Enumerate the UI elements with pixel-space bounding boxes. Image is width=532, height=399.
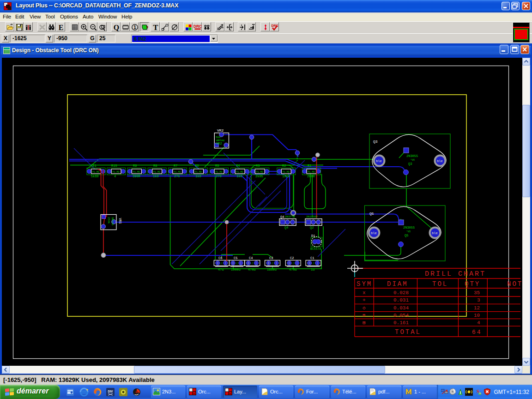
svg-text:470u: 470u (289, 268, 297, 272)
svg-text:D1: D1 (311, 234, 315, 238)
svg-text:NOTE: NOTE (507, 280, 522, 288)
svg-text:R2: R2 (282, 164, 286, 168)
svg-text:50k: 50k (216, 136, 221, 139)
svg-text:Q4: Q4 (280, 215, 284, 219)
svg-text:E: E (59, 24, 64, 31)
svg-text:R8: R8 (153, 164, 157, 168)
svg-text:0.161: 0.161 (393, 320, 409, 326)
svg-text:⌧: ⌧ (363, 313, 366, 318)
svg-text:27k: 27k (174, 175, 180, 178)
svg-text:1k0: 1k0 (236, 175, 242, 178)
svg-text:0.028: 0.028 (393, 290, 409, 296)
svg-text:270: 270 (216, 175, 222, 178)
svg-text:*85: *85 (406, 230, 411, 233)
svg-text:64: 64 (472, 329, 482, 336)
svg-text:2N3055: 2N3055 (403, 226, 415, 230)
svg-text:2N3055: 2N3055 (406, 154, 418, 158)
svg-text:35: 35 (474, 290, 480, 296)
svg-text:TOL: TOL (432, 280, 448, 288)
svg-text:1k0: 1k0 (195, 175, 201, 178)
svg-text:2k05: 2k05 (255, 175, 263, 178)
svg-text:C1: C1 (310, 256, 314, 260)
svg-text:⊞: ⊞ (363, 320, 366, 326)
svg-text:0.031: 0.031 (393, 297, 409, 303)
svg-text:x: x (363, 290, 366, 296)
svg-text:100k: 100k (282, 175, 290, 178)
svg-text:VR2: VR2 (217, 128, 224, 133)
svg-text:Q5: Q5 (369, 212, 374, 216)
svg-text:VR1: VR1 (118, 218, 122, 224)
svg-text:Q: Q (114, 24, 119, 31)
svg-text:C3: C3 (269, 256, 273, 260)
svg-text:470u: 470u (248, 268, 256, 272)
svg-text:R15: R15 (111, 164, 117, 168)
svg-text:DIV: DIV (108, 390, 114, 393)
svg-text:SMF848: SMF848 (111, 217, 114, 225)
svg-text:Q3: Q3 (408, 162, 412, 166)
svg-text:R21: R21 (91, 164, 97, 168)
svg-text:390R: 390R (133, 175, 141, 178)
svg-text:2k00: 2k00 (307, 175, 315, 178)
svg-text:C2: C2 (290, 256, 294, 260)
svg-text:12: 12 (474, 305, 480, 311)
svg-text:TOTAL: TOTAL (395, 328, 421, 336)
svg-text:Q5: Q5 (405, 234, 408, 237)
svg-text:DIAM: DIAM (387, 280, 408, 288)
svg-text:3: 3 (477, 297, 480, 303)
svg-text:10: 10 (474, 313, 480, 318)
svg-text:VR2: VR2 (216, 142, 222, 145)
svg-text:1u: 1u (311, 268, 314, 272)
svg-text:C6: C6 (218, 256, 222, 260)
svg-text:R5: R5 (215, 164, 219, 168)
svg-text:4: 4 (114, 175, 116, 178)
svg-text:1650u: 1650u (267, 268, 277, 272)
svg-text:R1: R1 (308, 164, 311, 168)
svg-text:C5: C5 (234, 256, 237, 260)
svg-text:2N2159Y: 2N2159Y (306, 215, 318, 218)
svg-text:BC557A: BC557A (310, 248, 321, 251)
svg-text:R3: R3 (256, 164, 260, 168)
svg-text:1000u: 1000u (231, 268, 241, 272)
svg-text:0.054: 0.054 (393, 313, 409, 318)
svg-text:R7: R7 (174, 164, 177, 168)
svg-text:◇: ◇ (363, 305, 366, 311)
svg-text:5k60: 5k60 (91, 175, 99, 178)
svg-text:1: 1 (133, 25, 136, 30)
svg-text:26: 26 (478, 392, 481, 395)
svg-text:4: 4 (477, 320, 480, 326)
svg-text:1k0: 1k0 (153, 175, 159, 178)
svg-text:Q4: Q4 (284, 226, 288, 230)
svg-text:DRILL CHART: DRILL CHART (425, 270, 486, 278)
svg-text:+: + (363, 297, 366, 303)
svg-text:T: T (153, 23, 158, 31)
svg-text:QTY: QTY (465, 280, 480, 288)
svg-text:DRC: DRC (193, 24, 202, 29)
svg-text:R6: R6 (195, 164, 199, 168)
svg-text:R4: R4 (236, 164, 240, 168)
svg-text:Q2: Q2 (310, 226, 314, 230)
svg-text:C4: C4 (249, 256, 253, 260)
svg-text:R9: R9 (133, 164, 137, 168)
svg-text:0.034: 0.034 (393, 305, 409, 311)
svg-text:SYM: SYM (357, 280, 372, 288)
svg-text:47u: 47u (218, 268, 224, 272)
svg-text:250k: 250k (107, 217, 110, 224)
svg-text:*85: *85 (411, 159, 415, 162)
svg-text:Q3: Q3 (373, 139, 378, 144)
